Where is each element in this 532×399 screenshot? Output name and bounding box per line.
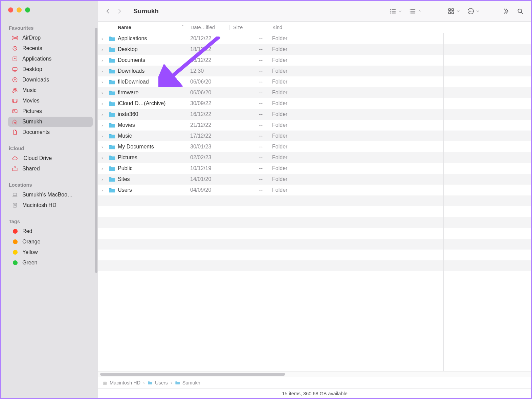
disclosure-triangle-icon[interactable]: › bbox=[102, 79, 106, 85]
breadcrumb-item[interactable]: Users bbox=[148, 380, 168, 385]
sidebar-item-orange[interactable]: Orange bbox=[8, 237, 93, 247]
file-kind: Folder bbox=[269, 46, 298, 52]
folder-icon bbox=[108, 46, 116, 52]
sidebar-item-green[interactable]: Green bbox=[8, 258, 93, 268]
forward-button[interactable] bbox=[114, 6, 125, 16]
breadcrumb-item[interactable]: Macintosh HD bbox=[102, 380, 140, 385]
disclosure-triangle-icon[interactable]: › bbox=[102, 112, 106, 117]
file-row[interactable]: ›Public10/12/19--Folder bbox=[98, 163, 531, 174]
file-size: -- bbox=[229, 46, 269, 52]
sidebar-item-documents[interactable]: Documents bbox=[8, 127, 93, 137]
file-row[interactable]: ›insta36016/12/22--Folder bbox=[98, 109, 531, 120]
tag-dot-icon bbox=[12, 238, 18, 245]
sidebar-item-label: Recents bbox=[22, 45, 42, 51]
sidebar-item-recents[interactable]: Recents bbox=[8, 43, 93, 53]
file-name: Users bbox=[118, 187, 132, 193]
toolbar: Sumukh bbox=[98, 1, 531, 22]
apps-icon bbox=[12, 55, 18, 62]
disclosure-triangle-icon[interactable]: › bbox=[102, 36, 106, 41]
sort-indicator-icon: ˆ bbox=[182, 25, 183, 30]
file-name: Movies bbox=[118, 122, 135, 128]
empty-row bbox=[98, 271, 531, 282]
sidebar-heading: iCloud bbox=[9, 146, 93, 151]
file-row[interactable]: ›Sites14/01/20--Folder bbox=[98, 174, 531, 185]
search-button[interactable] bbox=[516, 7, 524, 15]
file-kind: Folder bbox=[269, 187, 298, 193]
back-button[interactable] bbox=[103, 6, 113, 16]
disclosure-triangle-icon[interactable]: › bbox=[102, 90, 106, 95]
file-row[interactable]: ›Pictures02/02/23--Folder bbox=[98, 152, 531, 163]
disclosure-triangle-icon[interactable]: › bbox=[102, 177, 106, 182]
empty-row bbox=[98, 239, 531, 250]
file-list: Nameˆ Date…ified Size Kind ›Applications… bbox=[98, 22, 531, 377]
column-header-name[interactable]: Nameˆ bbox=[98, 25, 187, 30]
disk-icon bbox=[102, 380, 108, 385]
file-size: -- bbox=[229, 36, 269, 42]
sidebar-item-macintosh-hd[interactable]: Macintosh HD bbox=[8, 200, 93, 210]
file-row[interactable]: ›Desktop18/12/22--Folder bbox=[98, 44, 531, 55]
minimize-window-button[interactable] bbox=[17, 7, 22, 13]
disclosure-triangle-icon[interactable]: › bbox=[102, 69, 106, 74]
file-kind: Folder bbox=[269, 111, 298, 117]
sidebar-item-sumukh-s-macboo-[interactable]: Sumukh's MacBoo… bbox=[8, 190, 93, 200]
file-row[interactable]: ›Documents16/12/22--Folder bbox=[98, 55, 531, 66]
sidebar-item-red[interactable]: Red bbox=[8, 226, 93, 236]
file-row[interactable]: ›Applications20/12/22--Folder bbox=[98, 33, 531, 44]
main-panel: Sumukh Nameˆ Date…ified Size Kind bbox=[98, 1, 531, 398]
actions-button[interactable] bbox=[467, 7, 480, 15]
disclosure-triangle-icon[interactable]: › bbox=[102, 188, 106, 193]
empty-row bbox=[98, 217, 531, 228]
sidebar-item-applications[interactable]: Applications bbox=[8, 54, 93, 64]
sidebar-item-yellow[interactable]: Yellow bbox=[8, 247, 93, 257]
sidebar-item-airdrop[interactable]: AirDrop bbox=[8, 33, 93, 43]
group-by-button[interactable] bbox=[389, 7, 402, 15]
disclosure-triangle-icon[interactable]: › bbox=[102, 134, 106, 139]
disclosure-triangle-icon[interactable]: › bbox=[102, 155, 106, 160]
sidebar-item-pictures[interactable]: Pictures bbox=[8, 106, 93, 116]
file-row[interactable]: ›firmware06/06/20--Folder bbox=[98, 87, 531, 98]
desktop-icon bbox=[12, 66, 18, 73]
file-row[interactable]: ›Users04/09/20--Folder bbox=[98, 185, 531, 195]
sidebar-item-downloads[interactable]: Downloads bbox=[8, 75, 93, 85]
file-row[interactable]: ›Downloads12:30--Folder bbox=[98, 66, 531, 76]
close-window-button[interactable] bbox=[8, 7, 13, 13]
sidebar-item-desktop[interactable]: Desktop bbox=[8, 64, 93, 74]
disclosure-triangle-icon[interactable]: › bbox=[102, 144, 106, 149]
sidebar-item-label: Macintosh HD bbox=[22, 202, 56, 208]
overflow-button[interactable] bbox=[502, 7, 510, 15]
file-row[interactable]: ›Music17/12/22--Folder bbox=[98, 131, 531, 141]
disclosure-triangle-icon[interactable]: › bbox=[102, 58, 106, 63]
folder-icon bbox=[108, 90, 116, 96]
sidebar-scrollbar[interactable] bbox=[95, 28, 97, 273]
disclosure-triangle-icon[interactable]: › bbox=[102, 166, 106, 171]
sidebar-item-sumukh[interactable]: Sumukh bbox=[8, 117, 93, 127]
file-name: insta360 bbox=[118, 111, 138, 117]
sidebar-item-movies[interactable]: Movies bbox=[8, 96, 93, 106]
disclosure-triangle-icon[interactable]: › bbox=[102, 47, 106, 52]
sidebar-item-music[interactable]: Music bbox=[8, 85, 93, 95]
column-header-date[interactable]: Date…ified bbox=[187, 25, 229, 30]
sidebar-item-shared[interactable]: Shared bbox=[8, 164, 93, 174]
file-kind: Folder bbox=[269, 90, 298, 96]
view-as-list-button[interactable] bbox=[409, 7, 422, 15]
horizontal-scrollbar[interactable] bbox=[98, 371, 531, 377]
disclosure-triangle-icon[interactable]: › bbox=[102, 123, 106, 128]
downloads-icon bbox=[12, 76, 18, 83]
sidebar-item-icloud-drive[interactable]: iCloud Drive bbox=[8, 153, 93, 163]
breadcrumb-label: Sumukh bbox=[182, 380, 200, 385]
file-row[interactable]: ›fileDownload06/06/20--Folder bbox=[98, 76, 531, 87]
file-date: 21/12/22 bbox=[187, 122, 229, 128]
file-date: 12:30 bbox=[187, 68, 229, 74]
empty-row bbox=[98, 206, 531, 217]
fullscreen-window-button[interactable] bbox=[25, 7, 30, 13]
column-header-size[interactable]: Size bbox=[229, 25, 269, 30]
sidebar-item-label: Orange bbox=[22, 239, 40, 245]
file-row[interactable]: ›iCloud D…(Archive)30/09/22--Folder bbox=[98, 98, 531, 109]
file-row[interactable]: ›Movies21/12/22--Folder bbox=[98, 120, 531, 131]
file-date: 02/02/23 bbox=[187, 155, 229, 161]
file-row[interactable]: ›My Documents30/01/23--Folder bbox=[98, 141, 531, 152]
disclosure-triangle-icon[interactable]: › bbox=[102, 101, 106, 106]
icon-view-button[interactable] bbox=[447, 7, 460, 15]
breadcrumb-item[interactable]: Sumukh bbox=[175, 380, 200, 385]
column-header-kind[interactable]: Kind bbox=[269, 25, 298, 30]
